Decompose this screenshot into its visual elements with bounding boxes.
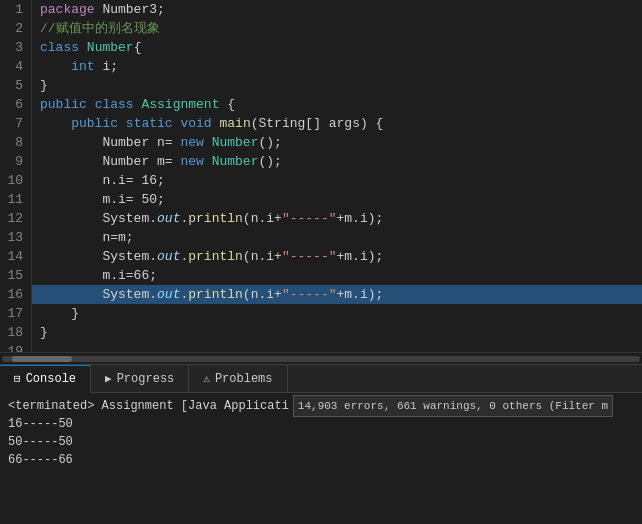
line-number-3: 3: [4, 38, 23, 57]
token: ();: [258, 133, 281, 152]
line-number-16: 16: [4, 285, 23, 304]
token: .: [180, 247, 188, 266]
line-number-12: 12: [4, 209, 23, 228]
token: [40, 57, 71, 76]
line-number-14: 14: [4, 247, 23, 266]
code-line-1: package Number3;: [32, 0, 642, 19]
token: [204, 133, 212, 152]
console-tab-icon: ⊟: [14, 365, 21, 393]
bottom-panel: ⊟Console▶Progress⚠Problems <terminated> …: [0, 364, 642, 524]
editor-area: 12345678910111213141516171819 package Nu…: [0, 0, 642, 364]
horizontal-scrollbar[interactable]: [0, 352, 642, 364]
token: }: [40, 323, 48, 342]
token: System.: [40, 209, 157, 228]
token: public: [40, 95, 87, 114]
code-line-2: //赋值中的别名现象: [32, 19, 642, 38]
token: "-----": [282, 285, 337, 304]
code-line-19: [32, 342, 642, 352]
token: [79, 38, 87, 57]
code-line-4: int i;: [32, 57, 642, 76]
token: [204, 152, 212, 171]
line-number-2: 2: [4, 19, 23, 38]
scroll-track: [2, 356, 640, 362]
token: System.: [40, 247, 157, 266]
token: Number n=: [40, 133, 180, 152]
token: void: [180, 114, 211, 133]
token: [40, 114, 71, 133]
token: +m.i);: [336, 247, 383, 266]
line-number-17: 17: [4, 304, 23, 323]
line-number-5: 5: [4, 76, 23, 95]
token: (String[] args) {: [251, 114, 384, 133]
token: }: [40, 304, 79, 323]
console-output-line: 66-----66: [8, 451, 634, 469]
token: "-----": [282, 209, 337, 228]
tab-problems[interactable]: ⚠Problems: [189, 365, 287, 393]
code-line-14: System.out.println(n.i+"-----"+m.i);: [32, 247, 642, 266]
line-number-15: 15: [4, 266, 23, 285]
code-line-3: class Number{: [32, 38, 642, 57]
token: i;: [95, 57, 118, 76]
token: Number: [212, 152, 259, 171]
token: new: [180, 133, 203, 152]
code-line-9: Number m= new Number();: [32, 152, 642, 171]
token: out: [157, 247, 180, 266]
problems-inline-text: 14,903 errors, 661 warnings, 0 others (F…: [293, 395, 613, 417]
problems-tab-icon: ⚠: [203, 365, 210, 393]
line-number-13: 13: [4, 228, 23, 247]
scroll-thumb[interactable]: [12, 356, 72, 362]
tab-progress[interactable]: ▶Progress: [91, 365, 189, 393]
console-output-line: 50-----50: [8, 433, 634, 451]
tab-console[interactable]: ⊟Console: [0, 365, 91, 393]
token: println: [188, 285, 243, 304]
token: out: [157, 209, 180, 228]
code-container: 12345678910111213141516171819 package Nu…: [0, 0, 642, 352]
terminated-line: <terminated> Assignment [Java Applicati1…: [8, 397, 634, 415]
console-output-line: 16-----50: [8, 415, 634, 433]
code-lines[interactable]: package Number3;//赋值中的别名现象class Number{ …: [32, 0, 642, 352]
bottom-tabs: ⊟Console▶Progress⚠Problems: [0, 365, 642, 393]
token: .: [180, 209, 188, 228]
token: n=m;: [40, 228, 134, 247]
token: out: [157, 285, 180, 304]
token: .: [180, 285, 188, 304]
code-line-12: System.out.println(n.i+"-----"+m.i);: [32, 209, 642, 228]
token: Number: [212, 133, 259, 152]
line-number-9: 9: [4, 152, 23, 171]
token: main: [220, 114, 251, 133]
line-numbers: 12345678910111213141516171819: [0, 0, 32, 352]
line-number-10: 10: [4, 171, 23, 190]
token: {: [219, 95, 235, 114]
line-number-18: 18: [4, 323, 23, 342]
code-line-18: }: [32, 323, 642, 342]
line-number-19: 19: [4, 342, 23, 352]
progress-tab-icon: ▶: [105, 365, 112, 393]
line-number-8: 8: [4, 133, 23, 152]
token: Number3;: [95, 0, 165, 19]
code-line-13: n=m;: [32, 228, 642, 247]
line-number-6: 6: [4, 95, 23, 114]
token: +m.i);: [336, 209, 383, 228]
code-line-17: }: [32, 304, 642, 323]
token: ();: [258, 152, 281, 171]
token: [173, 114, 181, 133]
console-output: <terminated> Assignment [Java Applicati1…: [0, 393, 642, 524]
token: Number m=: [40, 152, 180, 171]
line-number-1: 1: [4, 0, 23, 19]
token: (n.i+: [243, 247, 282, 266]
token: (n.i+: [243, 209, 282, 228]
token: Number: [87, 38, 134, 57]
token: static: [126, 114, 173, 133]
token: package: [40, 0, 95, 19]
problems-tab-label: Problems: [215, 365, 273, 393]
token: System.: [40, 285, 157, 304]
token: (n.i+: [243, 285, 282, 304]
progress-tab-label: Progress: [117, 365, 175, 393]
code-line-16: System.out.println(n.i+"-----"+m.i);: [32, 285, 642, 304]
code-line-8: Number n= new Number();: [32, 133, 642, 152]
token: int: [71, 57, 94, 76]
token: class: [40, 38, 79, 57]
token: "-----": [282, 247, 337, 266]
token: public: [71, 114, 118, 133]
token: [134, 95, 142, 114]
